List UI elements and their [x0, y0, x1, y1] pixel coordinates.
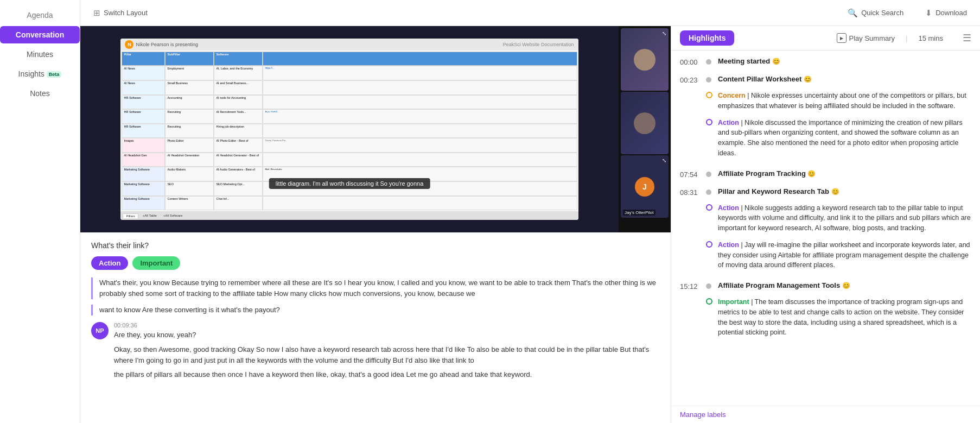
concern-dot: [706, 92, 712, 98]
hl-dot-1: [706, 77, 711, 83]
highlight-section-1: 00:23 Content Pillar Worksheet 😊 Concern…: [680, 75, 971, 161]
search-icon: 🔍: [848, 8, 858, 18]
hl-time-0: 00:00: [680, 57, 699, 66]
screen-share: N Nikole Pearson is presenting PeakSci W…: [120, 39, 578, 220]
hl-item-important-4: Important | The team discusses the impor…: [680, 295, 971, 340]
hl-title-3: Pillar and Keyword Research Tab 😊: [718, 187, 839, 195]
highlight-section-2: 07:54 Affiliate Program Tracking 😊: [680, 169, 971, 179]
action-dot-3a: [706, 204, 712, 211]
important-tag[interactable]: Important: [132, 256, 180, 270]
sidebar-item-conversation[interactable]: Conversation: [0, 26, 80, 43]
presenter-badge: N: [125, 40, 133, 49]
hl-item-action-3a: Action | Nikole suggests adding a keywor…: [680, 201, 971, 236]
hl-time-2: 07:54: [680, 169, 699, 179]
spreadsheet-tabs: Pillars +All Table +All Software: [120, 211, 578, 220]
sidebar-item-agenda[interactable]: Agenda: [0, 7, 80, 24]
highlight-time-row-4: 15:12 Affiliate Program Management Tools…: [680, 281, 971, 291]
transcript-panel: What's their link? Action Important What…: [80, 232, 671, 423]
transcript-text-1: What's their, you know Because trying to…: [91, 277, 660, 299]
hl-item-concern-1: Concern | Nikole expresses uncertainty a…: [680, 89, 971, 113]
video-player: N Nikole Pearson is presenting PeakSci W…: [80, 26, 671, 232]
hl-time-4: 15:12: [680, 281, 699, 291]
speaker-line1: Are they, you know, yeah?: [114, 330, 660, 340]
highlights-menu-icon[interactable]: ☰: [963, 32, 971, 44]
action-tag[interactable]: Action: [91, 256, 128, 270]
main-screen: N Nikole Pearson is presenting PeakSci W…: [80, 26, 619, 232]
hl-title-1: Content Pillar Worksheet 😊: [718, 75, 812, 83]
highlights-header: Highlights ▶ Play Summary | 15 mins ☰: [671, 26, 980, 50]
download-icon: ⬇: [925, 8, 932, 18]
speaker-text3: the pillars of pillars all because then …: [114, 369, 660, 380]
download-button[interactable]: ⬇ Download: [921, 6, 971, 20]
left-panel: N Nikole Pearson is presenting PeakSci W…: [80, 26, 671, 423]
manage-labels-button[interactable]: Manage labels: [671, 406, 980, 423]
important-text-4: Important | The team discusses the impor…: [718, 297, 971, 338]
play-summary-icon: ▶: [837, 33, 847, 43]
cam-label: Jay's OtterPilot: [623, 210, 656, 216]
hl-dot-2: [706, 172, 711, 177]
highlight-section-4: 15:12 Affiliate Program Management Tools…: [680, 281, 971, 340]
hl-item-action-1: Action | Nikole discussed the importance…: [680, 116, 971, 161]
highlights-button[interactable]: Highlights: [680, 30, 734, 46]
hl-item-action-3b: Action | Jay will re-imagine the pillar …: [680, 238, 971, 273]
duration-text: 15 mins: [918, 34, 943, 42]
toolbar: ⊞ Switch Layout 🔍 Quick Search ⬇ Downloa…: [80, 0, 980, 26]
speaker-text2: Okay, so then Awesome, good tracking Oka…: [114, 344, 660, 366]
speaker-time: 00:09:36: [114, 322, 660, 329]
beta-badge: Beta: [47, 71, 62, 78]
hl-time-1: 00:23: [680, 75, 699, 84]
switch-layout-button[interactable]: ⊞ Switch Layout: [89, 6, 152, 20]
content-area: N Nikole Pearson is presenting PeakSci W…: [80, 26, 980, 423]
transcript-speaker-row: NP 00:09:36 Are they, you know, yeah? Ok…: [91, 322, 660, 380]
spreadsheet-content: Pillar SubPillar Software AI News Employ…: [120, 50, 578, 211]
highlight-section-0: 00:00 Meeting started 😊: [680, 57, 971, 66]
action-text-1: Action | Nikole discussed the importance…: [718, 118, 971, 159]
quick-search-button[interactable]: 🔍 Quick Search: [843, 6, 908, 20]
action-text-3a: Action | Nikole suggests adding a keywor…: [718, 203, 971, 233]
sidebar-item-minutes[interactable]: Minutes: [0, 46, 80, 63]
participant-cameras: ⤡ J Jay's OtterPilot ⤡: [619, 26, 671, 232]
highlight-time-row-0: 00:00 Meeting started 😊: [680, 57, 971, 66]
cam-expand-icon[interactable]: ⤡: [662, 30, 666, 36]
tag-row: Action Important: [91, 256, 660, 270]
cam-tile-2: [621, 92, 669, 154]
important-dot-4: [706, 298, 712, 305]
highlights-content: 00:00 Meeting started 😊 00:23 Content Pi…: [671, 50, 980, 406]
main-panel: ⊞ Switch Layout 🔍 Quick Search ⬇ Downloa…: [80, 0, 980, 423]
video-screen: N Nikole Pearson is presenting PeakSci W…: [80, 26, 671, 232]
hl-dot-3: [706, 190, 711, 195]
transcript-question: What's their link?: [91, 241, 660, 250]
layout-icon: ⊞: [93, 8, 100, 18]
speaker-avatar: NP: [91, 322, 109, 339]
hl-dot-4: [706, 283, 711, 289]
cam-tile-1: ⤡: [621, 28, 669, 91]
screen-share-header: N Nikole Pearson is presenting PeakSci W…: [120, 39, 578, 50]
video-caption: little diagram. I'm all worth discussing…: [269, 178, 430, 189]
speaker-content: 00:09:36 Are they, you know, yeah? Okay,…: [114, 322, 660, 380]
highlights-panel: Highlights ▶ Play Summary | 15 mins ☰ 00…: [671, 26, 980, 423]
hl-time-3: 08:31: [680, 187, 699, 197]
highlight-section-3: 08:31 Pillar and Keyword Research Tab 😊 …: [680, 187, 971, 273]
action-dot-3b: [706, 241, 712, 248]
hl-title-2: Affiliate Program Tracking 😊: [718, 169, 816, 178]
cam-tile-jay: J Jay's OtterPilot ⤡: [621, 155, 669, 218]
concern-text-1: Concern | Nikole expresses uncertainty a…: [718, 91, 971, 111]
highlight-time-row-2: 07:54 Affiliate Program Tracking 😊: [680, 169, 971, 179]
jay-avatar: J: [635, 177, 654, 197]
cam-expand-icon-jay[interactable]: ⤡: [662, 157, 666, 163]
highlight-time-row-3: 08:31 Pillar and Keyword Research Tab 😊: [680, 187, 971, 197]
sidebar-item-notes[interactable]: Notes: [0, 85, 80, 102]
transcript-text-2: want to know Are these converting is it …: [91, 305, 660, 315]
hl-title-0: Meeting started 😊: [718, 57, 780, 65]
sidebar: Agenda Conversation Minutes InsightsBeta…: [0, 0, 80, 423]
hl-title-4: Affiliate Program Management Tools 😊: [718, 281, 850, 289]
highlight-time-row-1: 00:23 Content Pillar Worksheet 😊: [680, 75, 971, 84]
sidebar-item-insights[interactable]: InsightsBeta: [0, 65, 80, 83]
hl-dot-0: [706, 59, 711, 65]
play-summary-button[interactable]: ▶ Play Summary: [837, 33, 895, 43]
action-dot-1: [706, 119, 712, 125]
action-text-3b: Action | Jay will re-imagine the pillar …: [718, 240, 971, 270]
